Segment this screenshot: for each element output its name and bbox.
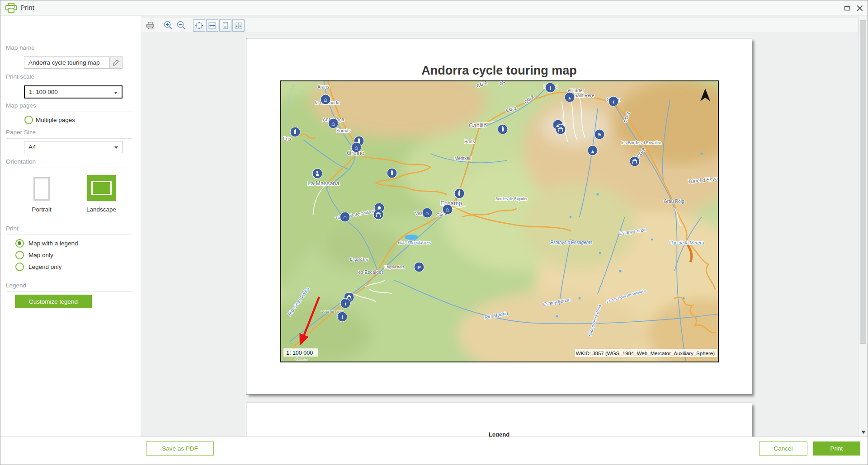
town-label: Engordany — [350, 257, 369, 262]
legend-heading: Legend — [246, 431, 752, 437]
print-preview-area: Andorra cycle touring map — [141, 16, 867, 437]
cable-car-icon: ▲ — [567, 95, 572, 100]
printer-icon — [5, 2, 17, 14]
print-group-label: Print — [6, 225, 132, 235]
water-label: Llac d'Engolasters — [398, 240, 431, 245]
church-icon: ⌂ — [331, 120, 335, 127]
map-with-legend-radio-label: Map with a legend — [28, 240, 78, 247]
titlebar: Print — [0, 0, 868, 15]
parking-icon: P — [417, 265, 420, 270]
zoom-out-button[interactable] — [175, 19, 187, 32]
single-page-icon — [221, 21, 230, 30]
fit-width-button[interactable] — [206, 19, 218, 32]
info-icon: i — [344, 301, 346, 306]
toolbar-separator — [159, 19, 159, 31]
info-icon: i — [341, 315, 343, 320]
map-name-input[interactable]: Andorra cycle touring map — [24, 56, 110, 69]
legend-only-radio-label: Legend only — [28, 263, 62, 270]
orientation-landscape-option[interactable] — [87, 175, 116, 201]
landscape-option-label: Landscape — [76, 206, 126, 213]
customize-legend-button[interactable]: Customize legend — [15, 295, 92, 308]
town-label: La Massana — [307, 180, 340, 187]
town-label: Engolasters — [384, 265, 405, 269]
printer-icon — [146, 21, 155, 29]
orientation-label: Orientation — [6, 158, 132, 168]
town-label: Prats — [464, 139, 475, 144]
town-label: les Bordes d'Envalira — [621, 140, 662, 145]
water-drop-icon — [377, 206, 381, 209]
church-icon: ⌂ — [446, 206, 449, 213]
map-scale-label: 1: 100 000 — [283, 348, 318, 357]
map-name-label: Map name — [6, 44, 132, 54]
camp-icon: ▲ — [590, 149, 595, 154]
print-button[interactable]: Print — [813, 442, 860, 456]
legend-section-label: Legend — [6, 282, 132, 292]
chevron-down-icon — [114, 146, 118, 149]
town-label: les Escaldes — [357, 269, 384, 275]
pencil-icon — [113, 59, 119, 66]
facing-pages-button[interactable] — [232, 19, 245, 32]
cancel-button[interactable]: Cancel — [759, 442, 807, 456]
camp-icon: ▲ — [556, 123, 560, 128]
zoom-in-icon — [163, 20, 173, 30]
church-icon: ⌂ — [354, 144, 358, 151]
legend-only-radio[interactable] — [15, 263, 24, 271]
facing-pages-icon — [234, 21, 243, 30]
orientation-portrait-option[interactable] — [33, 177, 50, 201]
print-dialog-window: Print Map name Andorra cycle touring map… — [0, 0, 868, 465]
svg-text:WKID: 3857 (WGS_1984_Web_Merca: WKID: 3857 (WGS_1984_Web_Mercator_Auxili… — [576, 351, 715, 356]
preview-page-1: Andorra cycle touring map — [246, 38, 752, 395]
portrait-option-label: Portrait — [28, 206, 56, 213]
multiple-pages-radio-label: Multiple pages — [36, 117, 75, 123]
zoom-in-button[interactable] — [162, 19, 174, 32]
close-icon[interactable] — [856, 5, 863, 12]
map-print-title: Andorra cycle touring map — [246, 64, 752, 78]
map-image: CG-2 CG-2 CG-2 CG-2 CG-2 CG-2 CG-2 Túnel… — [281, 81, 718, 362]
town-label: Certers — [296, 357, 307, 361]
town-label: Sornàs — [336, 128, 351, 133]
dialog-footer: Save as PDF Cancel Print — [0, 437, 868, 465]
edit-map-name-button[interactable] — [110, 56, 123, 69]
scrollbar-thumb[interactable] — [860, 20, 866, 344]
preview-page-2: Legend — [246, 403, 752, 437]
town-label: Canillo — [469, 122, 487, 129]
preview-toolbar — [141, 18, 859, 33]
dialog-title: Print — [20, 4, 34, 11]
info-icon: i — [549, 85, 551, 91]
map-only-radio-label: Map only — [28, 252, 53, 258]
preview-scrollbar[interactable] — [859, 16, 867, 437]
town-label: Arans — [317, 85, 329, 89]
fit-width-icon — [208, 21, 217, 30]
multiple-pages-radio[interactable] — [24, 116, 33, 124]
toolbar-separator — [190, 19, 190, 31]
map-wkid-label: WKID: 3857 (WGS_1984_Web_Mercator_Auxili… — [575, 349, 717, 357]
print-preview-button[interactable] — [144, 19, 156, 32]
map-with-legend-radio[interactable] — [15, 239, 24, 248]
church-icon: ⌂ — [425, 210, 429, 216]
paper-size-select[interactable]: A4 — [24, 141, 123, 153]
map-preview: CG-2 CG-2 CG-2 CG-2 CG-2 CG-2 CG-2 Túnel… — [280, 80, 719, 362]
print-settings-sidebar: Map name Andorra cycle touring map Print… — [0, 16, 141, 437]
fit-page-icon — [195, 21, 203, 30]
church-icon: ⌂ — [324, 96, 327, 103]
water-label: Estanys d'Ensagents — [550, 240, 592, 245]
zoom-out-icon — [176, 20, 186, 30]
restore-window-button[interactable] — [844, 5, 851, 12]
town-label: Sant Pere — [574, 93, 594, 98]
single-page-button[interactable] — [219, 19, 231, 32]
map-only-radio[interactable] — [15, 251, 24, 259]
print-scale-select[interactable]: 1: 100 000 — [24, 85, 123, 99]
town-label: Bordes de Rigoder — [495, 197, 528, 201]
map-pages-label: Map pages — [6, 102, 132, 112]
scrollbar-down-arrow-icon[interactable] — [861, 431, 866, 434]
info-icon: i — [613, 99, 614, 104]
paper-size-value: A4 — [28, 144, 36, 150]
fit-page-button[interactable] — [193, 19, 205, 32]
town-label: Vila — [415, 211, 423, 216]
town-label: Meritxell — [454, 156, 471, 161]
svg-text:1: 100 000: 1: 100 000 — [286, 350, 313, 356]
save-as-pdf-button[interactable]: Save as PDF — [146, 442, 214, 456]
paper-size-label: Paper Size — [6, 129, 132, 139]
church-icon: ⌂ — [343, 214, 347, 221]
print-scale-label: Print scale — [6, 73, 132, 83]
